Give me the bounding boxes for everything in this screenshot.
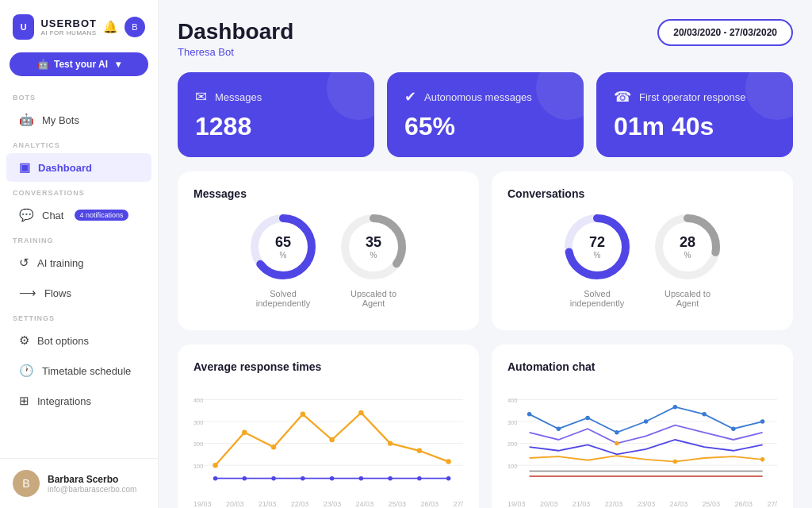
sidebar-item-chat[interactable]: 💬 Chat 4 notifications xyxy=(6,201,151,229)
logo-title: USERBOT xyxy=(40,17,97,29)
svg-point-16 xyxy=(213,463,217,468)
avg-response-panel: Average response times 400 300 200 100 xyxy=(178,344,479,508)
svg-point-33 xyxy=(446,476,451,481)
svg-point-28 xyxy=(301,476,305,481)
automation-chat-panel: Automation chat 400 300 200 100 xyxy=(492,344,793,508)
stat-response-label: First operator response xyxy=(639,91,745,103)
conversations-section-label: CONVERSATIONS xyxy=(0,183,158,200)
stat-autonomous-value: 65% xyxy=(404,112,566,141)
svg-point-53 xyxy=(760,457,765,462)
main-header: Dashboard Theresa Bot 20/03/2020 - 27/03… xyxy=(178,19,793,58)
sidebar-item-my-bots[interactable]: 🤖 My Bots xyxy=(6,106,151,134)
donut-1-label: Solvedindependently xyxy=(256,289,311,308)
messages-panel-title: Messages xyxy=(193,187,463,200)
svg-point-29 xyxy=(330,476,335,481)
date-range-button[interactable]: 20/03/2020 - 27/03/2020 xyxy=(657,19,793,46)
svg-text:300: 300 xyxy=(193,419,203,426)
svg-point-20 xyxy=(329,437,334,442)
svg-point-18 xyxy=(271,444,276,449)
bottom-panels: Average response times 400 300 200 100 xyxy=(178,344,793,508)
bots-icon: 🤖 xyxy=(19,113,34,127)
svg-point-43 xyxy=(557,426,561,431)
user-menu-icon[interactable]: B xyxy=(124,17,145,37)
svg-point-24 xyxy=(446,459,450,464)
messages-donut-2: 35 % Upscaled toAgent xyxy=(338,211,409,308)
sidebar-item-ai-training[interactable]: ↺ AI training xyxy=(6,248,151,277)
logo-area: U USERBOT AI FOR HUMANS 🔔 B xyxy=(0,0,158,48)
logo-sub: AI FOR HUMANS xyxy=(40,29,97,37)
footer-user-info: Barbara Scerbo info@barbarascerbo.com xyxy=(48,474,136,494)
footer-email: info@barbarascerbo.com xyxy=(48,485,136,494)
autonomous-icon: ✔ xyxy=(404,88,416,106)
messages-donut-1: 65 % Solvedindependently xyxy=(247,211,319,308)
dropdown-arrow-icon: ▾ xyxy=(116,59,121,70)
svg-point-52 xyxy=(673,460,678,464)
sidebar-item-integrations[interactable]: ⊞ Integrations xyxy=(6,387,151,415)
sidebar-item-dashboard[interactable]: ▣ Dashboard xyxy=(6,153,151,182)
conversations-panel-title: Conversations xyxy=(508,187,777,200)
sidebar-item-flows[interactable]: ⟶ Flows xyxy=(6,279,151,307)
svg-point-48 xyxy=(702,412,707,417)
ai-training-icon: ↺ xyxy=(19,256,29,270)
stat-card-autonomous: ✔ Autonomous messages 65% xyxy=(387,72,584,157)
conv-donut-2-label: Upscaled toAgent xyxy=(665,289,710,308)
header-left: Dashboard Theresa Bot xyxy=(178,19,293,58)
svg-point-46 xyxy=(644,419,649,424)
sidebar-item-timetable[interactable]: 🕐 Timetable schedule xyxy=(6,356,151,385)
stat-messages-value: 1288 xyxy=(195,112,357,141)
donut-1-value: 65 xyxy=(275,234,291,251)
avg-response-svg: 400 300 200 100 xyxy=(193,384,463,495)
conversations-donut-2: 28 % Upscaled toAgent xyxy=(652,211,723,308)
automation-chat-svg: 400 300 200 100 xyxy=(508,384,777,495)
bots-section-label: BOTS xyxy=(0,87,158,105)
svg-point-42 xyxy=(527,412,532,417)
svg-point-19 xyxy=(301,412,305,417)
chat-icon: 💬 xyxy=(19,208,34,222)
avg-response-x-labels: 19/03 20/03 21/03 22/03 23/03 24/03 25/0… xyxy=(193,500,463,508)
chat-notification-badge: 4 notifications xyxy=(75,210,128,221)
robot-icon: 🤖 xyxy=(37,59,49,70)
automation-chat-x-labels: 19/03 20/03 21/03 22/03 23/03 24/03 25/0… xyxy=(508,500,777,508)
donut-panels-row: Messages 65 % Solvedindependently xyxy=(178,171,793,330)
svg-point-31 xyxy=(388,476,393,481)
dashboard-icon: ▣ xyxy=(19,160,30,175)
svg-point-23 xyxy=(417,448,422,453)
avg-response-chart: 400 300 200 100 xyxy=(193,384,463,495)
svg-point-21 xyxy=(358,410,363,415)
avatar: B xyxy=(13,470,40,497)
svg-point-47 xyxy=(673,405,678,410)
page-title: Dashboard xyxy=(178,19,293,44)
automation-chat-chart: 400 300 200 100 xyxy=(508,384,777,495)
stat-card-response: ☎ First operator response 01m 40s xyxy=(596,72,793,157)
sidebar: U USERBOT AI FOR HUMANS 🔔 B 🤖 Test your … xyxy=(0,0,159,508)
sidebar-item-bot-options[interactable]: ⚙ Bot options xyxy=(6,326,151,355)
stat-autonomous-label: Autonomous messages xyxy=(424,91,532,103)
integrations-icon: ⊞ xyxy=(19,394,29,408)
stat-messages-label: Messages xyxy=(215,91,262,103)
svg-point-17 xyxy=(242,430,247,435)
analytics-section-label: ANALYTICS xyxy=(0,135,158,152)
svg-point-44 xyxy=(585,416,590,421)
svg-text:300: 300 xyxy=(508,419,517,426)
page-subtitle: Theresa Bot xyxy=(178,46,293,58)
training-section-label: TRAINING xyxy=(0,230,158,248)
svg-point-50 xyxy=(760,419,765,424)
avg-response-title: Average response times xyxy=(193,360,463,373)
conversations-donut-1: 72 % Solvedindependently xyxy=(561,211,633,308)
svg-text:200: 200 xyxy=(508,441,517,448)
stat-card-messages: ✉ Messages 1288 xyxy=(178,72,374,157)
svg-text:100: 100 xyxy=(193,463,203,470)
svg-point-27 xyxy=(271,476,276,481)
svg-point-22 xyxy=(388,441,393,445)
conversations-panel: Conversations 72 % Solvedindepend xyxy=(492,171,793,330)
svg-point-49 xyxy=(731,426,736,431)
bell-icon[interactable]: 🔔 xyxy=(103,20,118,34)
conv-donut-1-label: Solvedindependently xyxy=(570,289,625,308)
messages-panel: Messages 65 % Solvedindependently xyxy=(178,171,479,330)
stat-response-value: 01m 40s xyxy=(614,112,776,141)
svg-text:400: 400 xyxy=(508,397,517,404)
messages-donuts: 65 % Solvedindependently 35 xyxy=(193,211,463,314)
test-ai-button[interactable]: 🤖 Test your AI ▾ xyxy=(10,52,148,76)
conv-donut-2-value: 28 xyxy=(680,234,695,251)
flows-icon: ⟶ xyxy=(19,286,36,300)
